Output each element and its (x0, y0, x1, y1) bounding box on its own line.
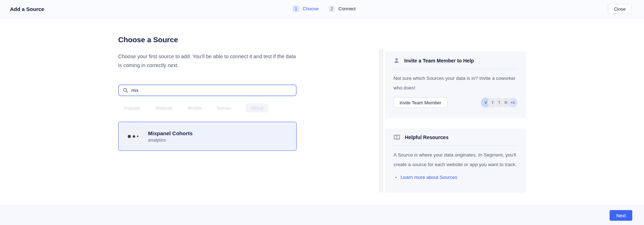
mixpanel-logo-icon (124, 127, 142, 146)
source-result-mixpanel-cohorts[interactable]: Mixpanel Cohorts analytics (118, 122, 297, 151)
step-choose-number: 1 (293, 6, 299, 12)
helpful-resources-panel: Helpful Resources A Source is where your… (385, 128, 526, 193)
resources-panel-header: Helpful Resources (393, 135, 518, 140)
source-title: Mixpanel Cohorts (148, 130, 193, 136)
source-search-box[interactable] (118, 84, 297, 96)
learn-more-sources-link[interactable]: Learn more about Sources (401, 175, 457, 180)
top-bar: Add a Source 1 Choose 2 Connect Close (0, 0, 644, 18)
tab-mobile[interactable]: Mobile (188, 105, 202, 111)
step-connect[interactable]: 2 Connect (329, 6, 356, 12)
step-choose[interactable]: 1 Choose (293, 6, 319, 12)
search-icon (123, 88, 128, 93)
search-input[interactable] (131, 88, 292, 93)
help-sidebar: Invite a Team Member to Help Not sure wh… (379, 18, 526, 205)
list-item: Learn more about Sources (401, 174, 518, 181)
source-category: analytics (148, 137, 193, 143)
dotted-divider (379, 49, 384, 193)
resources-link-list: Learn more about Sources (393, 174, 518, 181)
invite-panel-header: Invite a Team Member to Help (393, 57, 518, 64)
tab-cloud[interactable]: Cloud (246, 104, 268, 112)
invite-team-member-button[interactable]: Invite Team Member (393, 97, 447, 108)
person-icon (393, 57, 400, 64)
invite-panel-title: Invite a Team Member to Help (404, 58, 474, 64)
resources-panel-title: Helpful Resources (405, 135, 448, 140)
resources-panel-body: A Source is where your data originates. … (393, 150, 518, 169)
panel-divider (393, 69, 518, 69)
avatar-overflow-count: +6 (508, 98, 518, 108)
close-button[interactable]: Close (608, 4, 632, 14)
tab-popular[interactable]: Popular (124, 105, 141, 111)
add-source-wizard: Add a Source 1 Choose 2 Connect Close Ch… (0, 0, 644, 225)
invite-team-panel: Invite a Team Member to Help Not sure wh… (385, 51, 526, 118)
wizard-stepper: 1 Choose 2 Connect (293, 0, 356, 17)
step-choose-label: Choose (303, 6, 319, 11)
source-result-text: Mixpanel Cohorts analytics (148, 130, 193, 143)
section-heading: Choose a Source (118, 35, 178, 45)
main-area: Choose a Source Choose your first source… (0, 18, 644, 205)
category-tabs: Popular Website Mobile Server Cloud (124, 103, 268, 113)
step-connect-number: 2 (329, 6, 335, 12)
step-connect-label: Connect (338, 6, 356, 11)
panel-divider (393, 146, 518, 146)
section-description: Choose your first source to add. You’ll … (118, 52, 297, 70)
book-icon (393, 135, 400, 140)
team-avatar-stack: V T T R +6 (481, 98, 518, 108)
tab-server[interactable]: Server (217, 105, 231, 111)
invite-row: Invite Team Member V T T R +6 (393, 97, 518, 108)
tab-website[interactable]: Website (156, 105, 173, 111)
invite-panel-body: Not sure which Sources your data is in? … (393, 73, 518, 93)
footer-bar: Next (0, 205, 644, 225)
page-title: Add a Source (10, 6, 44, 12)
next-button[interactable]: Next (610, 210, 632, 221)
